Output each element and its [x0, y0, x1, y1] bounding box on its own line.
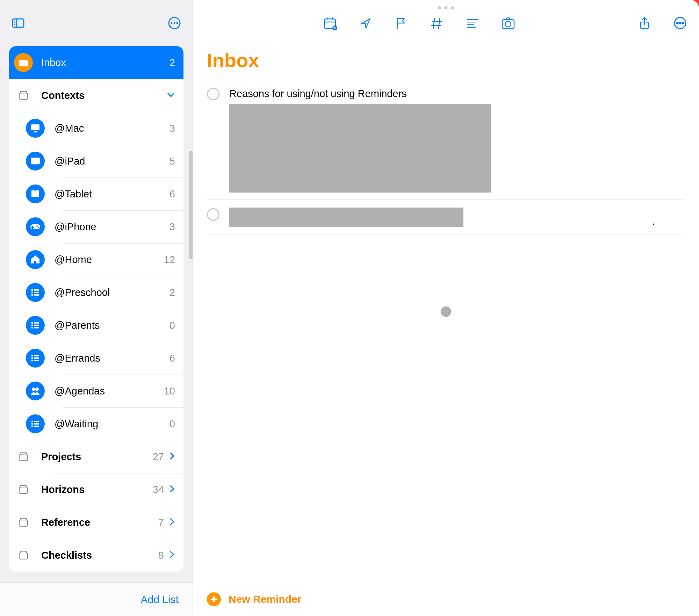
tray-icon	[14, 53, 33, 72]
sidebar-folder-label: Reference	[41, 517, 158, 528]
sidebar-folder-reference[interactable]: Reference7	[9, 506, 183, 539]
chevron-down-icon	[167, 92, 175, 99]
house-icon	[26, 250, 45, 269]
flag-button[interactable]	[394, 15, 409, 31]
multitasking-handle-icon[interactable]	[438, 6, 454, 9]
plus-icon[interactable]	[207, 592, 221, 606]
sidebar-item-count: 5	[170, 155, 175, 167]
camera-button[interactable]	[500, 15, 516, 31]
sidebar-item-errands[interactable]: @Errands6	[9, 342, 183, 375]
sidebar-item-count: 6	[170, 353, 175, 364]
reminder-item[interactable]: Reasons for using/not using Reminders	[207, 86, 685, 200]
folder-icon	[15, 546, 32, 564]
main-pane: Inbox Reasons for using/not using Remind…	[193, 0, 699, 616]
sidebar-folders: Projects27 Horizons34 Reference7 Checkli…	[9, 440, 183, 572]
sidebar-item-label: @Mac	[55, 123, 170, 134]
tag-button[interactable]	[429, 15, 445, 31]
sidebar-item-count: 2	[170, 287, 175, 298]
sidebar-folder-label: Projects	[41, 451, 153, 463]
sidebar-folder-label: Checklists	[41, 550, 158, 561]
sidebar-item-count: 0	[170, 418, 175, 430]
sidebar-item-iphone[interactable]: @iPhone3	[9, 210, 183, 243]
sidebar-item-home[interactable]: @Home12	[9, 243, 183, 276]
sidebar-folder-checklists[interactable]: Checklists9	[9, 539, 183, 572]
calendar-button[interactable]	[322, 15, 338, 31]
sidebar-footer: Add List	[0, 582, 193, 616]
display-icon	[26, 152, 45, 171]
sidebar-item-label: @Preschool	[55, 287, 170, 298]
sidebar-item-inbox[interactable]: Inbox 2	[9, 46, 183, 79]
list-icon	[26, 316, 45, 335]
share-button[interactable]	[637, 15, 652, 31]
sidebar-item-count: 0	[170, 320, 175, 331]
sidebar-item-label: @Errands	[55, 353, 170, 364]
sidebar-folder-count: 7	[158, 517, 164, 528]
contexts-sublist: @Mac3 @iPad5 @Tablet6 @iPhone3 @Home12 @…	[9, 112, 183, 440]
list-icon	[26, 349, 45, 368]
chevron-right-icon	[169, 550, 175, 560]
sidebar-item-parents[interactable]: @Parents0	[9, 309, 183, 342]
sidebar-folder-label: Horizons	[41, 484, 153, 495]
list-icon	[26, 414, 45, 433]
reminder-title[interactable]: Reasons for using/not using Reminders	[229, 87, 685, 100]
sidebar-folder-count: 34	[153, 484, 164, 495]
add-list-button[interactable]: Add List	[141, 594, 179, 606]
sidebar-item-mac[interactable]: @Mac3	[9, 112, 183, 145]
sidebar-folder-horizons[interactable]: Horizons34	[9, 473, 183, 506]
sidebar-item-count: 3	[170, 123, 175, 134]
reminder-checkbox[interactable]	[207, 208, 219, 221]
sidebar-item-label: @Tablet	[55, 188, 170, 200]
main-footer: New Reminder	[193, 582, 699, 616]
sidebar-item-label: @Parents	[55, 320, 170, 331]
sidebar-item-label: @Agendas	[55, 385, 164, 397]
sidebar-toolbar	[0, 0, 193, 46]
sidebar-folder-contexts[interactable]: Contexts	[9, 79, 183, 112]
book-icon	[26, 184, 45, 203]
sidebar-item-ipad[interactable]: @iPad5	[9, 145, 183, 177]
chevron-right-icon	[169, 517, 175, 527]
indent-button[interactable]	[465, 15, 480, 31]
sidebar-item-preschool[interactable]: @Preschool2	[9, 276, 183, 309]
list-icon	[26, 283, 45, 302]
folder-icon	[15, 514, 32, 531]
chevron-right-icon	[169, 452, 175, 462]
sidebar-item-label: @Home	[55, 254, 164, 266]
sidebar-more-button[interactable]	[167, 15, 182, 31]
redacted-title	[229, 208, 463, 227]
sidebar-item-waiting[interactable]: @Waiting0	[9, 407, 183, 440]
folder-icon	[15, 448, 32, 465]
people-icon	[26, 382, 45, 400]
reminder-item[interactable]: .	[207, 206, 685, 234]
sidebar-item-agendas[interactable]: @Agendas10	[9, 375, 183, 407]
sidebar-folder-count: 27	[153, 451, 164, 463]
sidebar-item-count: 6	[170, 188, 175, 200]
reminder-checkbox[interactable]	[207, 88, 219, 100]
sidebar-scroll-indicator[interactable]	[189, 151, 193, 259]
sidebar-folder-count: 9	[158, 550, 164, 561]
folder-icon	[15, 87, 32, 104]
sidebar-item-label: @iPhone	[55, 221, 170, 233]
reminder-trailing-dot: .	[652, 216, 655, 227]
sidebar-item-label: @iPad	[55, 155, 170, 167]
sidebar-item-count: 3	[170, 221, 175, 233]
sidebar-folder-label: Contexts	[41, 90, 162, 101]
sidebar-item-label: @Waiting	[55, 418, 170, 430]
sidebar: Inbox 2 Contexts @Mac3 @iPad5 @Tablet6 @…	[0, 0, 193, 616]
chevron-right-icon	[169, 485, 175, 494]
sidebar-item-count: 2	[170, 57, 175, 68]
sidebar-item-count: 12	[164, 254, 175, 266]
redacted-note	[229, 104, 491, 193]
new-reminder-button[interactable]: New Reminder	[229, 593, 301, 605]
folder-icon	[15, 481, 32, 498]
gamepad-icon	[26, 217, 45, 236]
toggle-sidebar-button[interactable]	[10, 15, 26, 31]
location-button[interactable]	[358, 15, 373, 31]
cursor-indicator	[441, 306, 451, 317]
sidebar-list: Inbox 2 Contexts @Mac3 @iPad5 @Tablet6 @…	[0, 46, 193, 582]
sidebar-item-label: Inbox	[41, 57, 170, 68]
desktop-icon	[26, 119, 45, 138]
sidebar-folder-projects[interactable]: Projects27	[9, 440, 183, 473]
sidebar-item-tablet[interactable]: @Tablet6	[9, 177, 183, 210]
main-more-button[interactable]	[672, 15, 688, 31]
page-title: Inbox	[207, 49, 685, 72]
